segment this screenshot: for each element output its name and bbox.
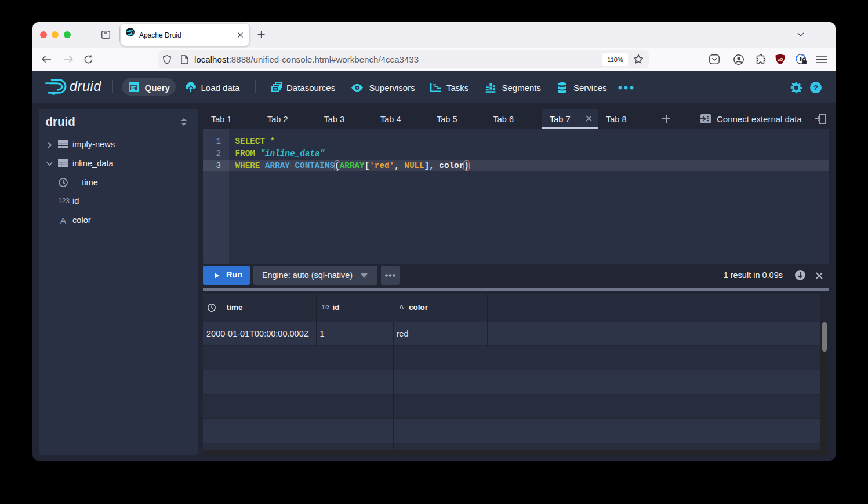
svg-text:?: ? [813, 83, 818, 92]
svg-text:uO: uO [778, 57, 783, 61]
